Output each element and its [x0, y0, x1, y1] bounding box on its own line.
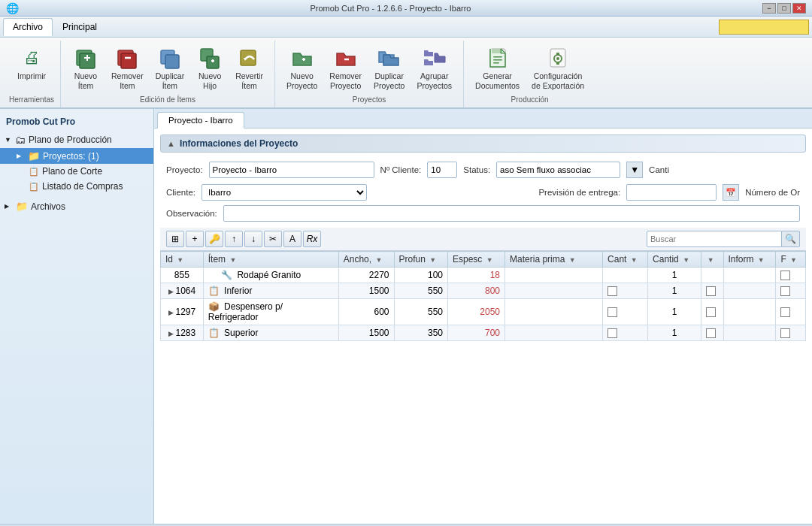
ribbon-btn-agrupar-proyectos[interactable]: AgruparProyectos: [411, 42, 457, 94]
section-header-info[interactable]: ▲ Informaciones del Proyecto: [160, 135, 806, 153]
input-status[interactable]: [496, 162, 620, 178]
select-cliente[interactable]: Ibarro: [201, 184, 367, 201]
filter-icon-cantid[interactable]: ▼: [683, 256, 689, 264]
maximize-button[interactable]: □: [777, 3, 791, 14]
sidebar-item-archivos[interactable]: ▶ 📁 Archivos: [0, 198, 153, 214]
nuevo-proyecto-icon: [290, 46, 314, 70]
toolbar-btn-a[interactable]: A: [283, 231, 301, 247]
toolbar-btn-add[interactable]: +: [186, 231, 204, 247]
ribbon: 🖨 Imprimir Herramientas NuevoÍtem: [0, 38, 812, 109]
table-row: ▶1297 📦 Despensero p/ Refrigerador 600 5…: [161, 299, 806, 325]
th-id: Id ▼: [161, 252, 204, 268]
tab-proyecto-ibarro[interactable]: Proyecto - Ibarro: [157, 112, 244, 128]
filter-icon-inform[interactable]: ▼: [758, 256, 765, 264]
sidebar-item-plano-produccion[interactable]: ▼ 🗂 Plano de Producción: [0, 132, 153, 148]
checkbox-check2-1064[interactable]: [706, 286, 716, 296]
data-table: Id ▼ Ítem ▼ Ancho, ▼ Profun ▼ Espesc ▼ M…: [160, 251, 806, 341]
input-proyecto[interactable]: [209, 162, 374, 178]
content-area: ▲ Informaciones del Proyecto Proyecto: N…: [154, 128, 812, 524]
ribbon-btn-generar-doc[interactable]: GenerarDocumentos: [470, 42, 525, 94]
filter-icon-f[interactable]: ▼: [790, 256, 797, 264]
btn-nuevo-item-label: NuevoÍtem: [74, 71, 97, 90]
expand-arrow-1297[interactable]: ▶: [168, 309, 174, 316]
title-text: Promob Cut Pro - 1.2.6.6 - Proyecto - Ib…: [19, 4, 762, 13]
sidebar-item-proyectos[interactable]: ▶ 📁 Proyectos: (1): [0, 148, 153, 164]
filter-icon-ancho[interactable]: ▼: [375, 256, 382, 264]
checkbox-cant-1297[interactable]: [607, 307, 617, 317]
filter-icon-profun[interactable]: ▼: [429, 256, 436, 264]
ribbon-btn-nuevo-hijo[interactable]: NuevoHijo: [191, 42, 229, 94]
btn-generar-doc-label: GenerarDocumentos: [475, 71, 520, 90]
search-button[interactable]: 🔍: [782, 231, 800, 247]
ribbon-btn-config-export[interactable]: Configuraciónde Exportación: [526, 42, 589, 94]
filter-icon-check2[interactable]: ▼: [707, 256, 714, 264]
checkbox-f-1283[interactable]: [780, 328, 790, 338]
cell-f: [776, 268, 806, 283]
checkbox-check2-1283[interactable]: [706, 328, 716, 338]
th-profun: Profun ▼: [394, 252, 447, 268]
label-prevision: Previsión de entrega:: [538, 188, 620, 197]
close-button[interactable]: ✕: [792, 3, 806, 14]
svg-rect-27: [556, 53, 559, 56]
filter-icon-id[interactable]: ▼: [177, 256, 183, 264]
menu-principal[interactable]: Principal: [53, 18, 107, 36]
cell-f: [776, 299, 806, 325]
checkbox-f-1297[interactable]: [780, 307, 790, 317]
ribbon-btn-nuevo-proyecto[interactable]: NuevoProyecto: [281, 42, 323, 94]
th-materia: Materia prima ▼: [505, 252, 603, 268]
cell-cant: [603, 268, 648, 283]
checkbox-f-1064[interactable]: [780, 286, 790, 296]
ribbon-btn-revertir-item[interactable]: RevertirÍtem: [230, 42, 268, 94]
cell-ancho: 600: [338, 299, 394, 325]
sidebar-label-proyectos: Proyectos: (1): [43, 151, 99, 162]
ribbon-btn-imprimir[interactable]: 🖨 Imprimir: [12, 42, 51, 85]
cell-inform: [723, 268, 776, 283]
ribbon-btn-remover-item[interactable]: RemoverItem: [106, 42, 149, 94]
folder-icon-proyectos: 📁: [28, 150, 40, 162]
input-prevision[interactable]: [626, 184, 717, 201]
search-input[interactable]: [647, 231, 782, 247]
filter-icon-espesc[interactable]: ▼: [486, 256, 493, 264]
toolbar-btn-up[interactable]: ↑: [225, 231, 243, 247]
btn-imprimir-label: Imprimir: [17, 71, 46, 81]
sidebar-label-plano: Plano de Producción: [29, 135, 112, 145]
calendar-btn[interactable]: 📅: [723, 184, 739, 201]
minimize-button[interactable]: −: [762, 3, 776, 14]
label-cliente: Cliente:: [166, 188, 195, 197]
ribbon-btn-duplicar-proyecto[interactable]: DuplicarProyecto: [368, 42, 410, 94]
checkbox-cant-1283[interactable]: [607, 328, 617, 338]
cell-profun: 550: [394, 299, 447, 325]
input-observacion[interactable]: [223, 205, 800, 222]
sidebar-item-listado-compras[interactable]: 📋 Listado de Compras: [0, 179, 153, 194]
duplicar-proyecto-icon: [377, 46, 401, 70]
expand-arrow-1064[interactable]: ▶: [168, 288, 174, 295]
sidebar-item-plano-corte[interactable]: 📋 Plano de Corte: [0, 164, 153, 179]
ribbon-btn-duplicar-item[interactable]: DuplicarÍtem: [150, 42, 190, 94]
filter-icon-materia[interactable]: ▼: [569, 256, 576, 264]
toolbar-btn-down[interactable]: ↓: [244, 231, 262, 247]
expand-arrow-1283[interactable]: ▶: [168, 330, 174, 337]
filter-icon-cant[interactable]: ▼: [631, 256, 638, 264]
th-item: Ítem ▼: [203, 252, 338, 268]
toolbar-btn-grid[interactable]: ⊞: [166, 231, 184, 247]
toolbar-btn-rx[interactable]: Rx: [303, 231, 321, 247]
menu-bar-input[interactable]: [719, 20, 809, 35]
checkbox-cant-1064[interactable]: [607, 286, 617, 296]
checkbox-check2-1297[interactable]: [706, 307, 716, 317]
btn-agrupar-proyectos-label: AgruparProyectos: [417, 71, 452, 90]
menu-archivo[interactable]: Archivo: [3, 18, 53, 36]
cell-espesc: 18: [448, 268, 505, 283]
ribbon-btn-remover-proyecto[interactable]: RemoverProyecto: [324, 42, 367, 94]
checkbox-f-855[interactable]: [780, 271, 790, 280]
cell-cantid: 1: [648, 283, 701, 299]
menu-bar: Archivo Principal: [0, 17, 812, 38]
printer-icon: 🖨: [20, 46, 44, 70]
filter-icon-item[interactable]: ▼: [229, 256, 236, 264]
status-dropdown-btn[interactable]: ▼: [626, 162, 643, 178]
toolbar-btn-cut[interactable]: ✂: [264, 231, 282, 247]
ribbon-btn-nuevo-item[interactable]: NuevoÍtem: [67, 42, 105, 94]
input-nro-cliente[interactable]: [427, 162, 457, 178]
sidebar-label-archivos: Archivos: [31, 201, 65, 212]
toolbar-btn-key[interactable]: 🔑: [205, 231, 223, 247]
ribbon-group-herramientas: 🖨 Imprimir Herramientas: [3, 41, 61, 107]
